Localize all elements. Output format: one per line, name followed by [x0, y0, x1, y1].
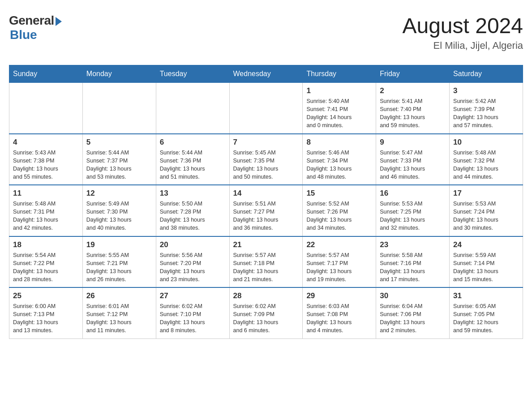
- calendar-week-row: 1Sunrise: 5:40 AMSunset: 7:41 PMDaylight…: [9, 83, 523, 134]
- day-number: 21: [233, 240, 299, 249]
- day-info: Sunrise: 5:58 AMSunset: 7:16 PMDaylight:…: [380, 251, 446, 284]
- calendar-cell: 1Sunrise: 5:40 AMSunset: 7:41 PMDaylight…: [303, 83, 376, 134]
- day-info: Sunrise: 5:57 AMSunset: 7:17 PMDaylight:…: [306, 251, 372, 284]
- day-info: Sunrise: 5:44 AMSunset: 7:36 PMDaylight:…: [160, 149, 226, 181]
- calendar-cell: 11Sunrise: 5:48 AMSunset: 7:31 PMDayligh…: [9, 185, 83, 236]
- day-info: Sunrise: 6:02 AMSunset: 7:10 PMDaylight:…: [160, 302, 226, 335]
- calendar-header-thursday: Thursday: [303, 65, 376, 83]
- calendar-header-wednesday: Wednesday: [229, 65, 303, 83]
- calendar-cell: 13Sunrise: 5:50 AMSunset: 7:28 PMDayligh…: [156, 185, 229, 236]
- day-number: 10: [453, 138, 519, 147]
- calendar-header-tuesday: Tuesday: [156, 65, 229, 83]
- day-info: Sunrise: 5:47 AMSunset: 7:33 PMDaylight:…: [380, 149, 446, 181]
- calendar-header-row: SundayMondayTuesdayWednesdayThursdayFrid…: [9, 65, 523, 83]
- day-info: Sunrise: 6:03 AMSunset: 7:08 PMDaylight:…: [306, 302, 372, 335]
- logo-general-text: General: [9, 13, 54, 28]
- calendar-header-saturday: Saturday: [450, 65, 523, 83]
- day-info: Sunrise: 5:56 AMSunset: 7:20 PMDaylight:…: [160, 251, 226, 284]
- day-number: 13: [160, 189, 226, 198]
- calendar-cell: 7Sunrise: 5:45 AMSunset: 7:35 PMDaylight…: [229, 134, 303, 185]
- calendar-cell: 22Sunrise: 5:57 AMSunset: 7:17 PMDayligh…: [303, 236, 376, 288]
- calendar-cell: 28Sunrise: 6:02 AMSunset: 7:09 PMDayligh…: [229, 287, 303, 338]
- calendar-cell: 5Sunrise: 5:44 AMSunset: 7:37 PMDaylight…: [82, 134, 156, 185]
- logo: General Blue: [9, 13, 62, 42]
- day-number: 4: [13, 138, 79, 147]
- day-number: 25: [13, 291, 79, 300]
- day-info: Sunrise: 5:53 AMSunset: 7:24 PMDaylight:…: [453, 200, 519, 232]
- calendar-cell: 2Sunrise: 5:41 AMSunset: 7:40 PMDaylight…: [376, 83, 450, 134]
- day-number: 6: [160, 138, 226, 147]
- calendar-cell: 25Sunrise: 6:00 AMSunset: 7:13 PMDayligh…: [9, 287, 83, 338]
- day-info: Sunrise: 5:55 AMSunset: 7:21 PMDaylight:…: [86, 251, 152, 284]
- day-number: 15: [306, 189, 372, 198]
- day-info: Sunrise: 5:49 AMSunset: 7:30 PMDaylight:…: [86, 200, 152, 232]
- day-info: Sunrise: 6:05 AMSunset: 7:05 PMDaylight:…: [453, 302, 519, 335]
- calendar-cell: [82, 83, 156, 134]
- logo-arrow-icon: [56, 17, 62, 26]
- calendar-cell: 4Sunrise: 5:43 AMSunset: 7:38 PMDaylight…: [9, 134, 83, 185]
- day-number: 3: [453, 86, 519, 95]
- calendar-cell: 30Sunrise: 6:04 AMSunset: 7:06 PMDayligh…: [376, 287, 450, 338]
- day-info: Sunrise: 5:41 AMSunset: 7:40 PMDaylight:…: [380, 97, 446, 130]
- day-number: 1: [306, 86, 372, 95]
- calendar-cell: [9, 83, 83, 134]
- calendar-cell: 20Sunrise: 5:56 AMSunset: 7:20 PMDayligh…: [156, 236, 229, 288]
- calendar-cell: 21Sunrise: 5:57 AMSunset: 7:18 PMDayligh…: [229, 236, 303, 288]
- day-number: 17: [453, 189, 519, 198]
- calendar-cell: [156, 83, 229, 134]
- day-info: Sunrise: 5:45 AMSunset: 7:35 PMDaylight:…: [233, 149, 299, 181]
- calendar-header-sunday: Sunday: [9, 65, 83, 83]
- day-info: Sunrise: 6:01 AMSunset: 7:12 PMDaylight:…: [86, 302, 152, 335]
- calendar-cell: 10Sunrise: 5:48 AMSunset: 7:32 PMDayligh…: [450, 134, 523, 185]
- location-subtitle: El Milia, Jijel, Algeria: [402, 40, 523, 51]
- calendar-cell: 31Sunrise: 6:05 AMSunset: 7:05 PMDayligh…: [450, 287, 523, 338]
- day-info: Sunrise: 5:51 AMSunset: 7:27 PMDaylight:…: [233, 200, 299, 232]
- day-number: 20: [160, 240, 226, 249]
- calendar-week-row: 4Sunrise: 5:43 AMSunset: 7:38 PMDaylight…: [9, 134, 523, 185]
- day-number: 26: [86, 291, 152, 300]
- day-number: 28: [233, 291, 299, 300]
- day-info: Sunrise: 5:59 AMSunset: 7:14 PMDaylight:…: [453, 251, 519, 284]
- day-number: 29: [306, 291, 372, 300]
- day-info: Sunrise: 5:44 AMSunset: 7:37 PMDaylight:…: [86, 149, 152, 181]
- calendar-cell: 23Sunrise: 5:58 AMSunset: 7:16 PMDayligh…: [376, 236, 450, 288]
- calendar-week-row: 18Sunrise: 5:54 AMSunset: 7:22 PMDayligh…: [9, 236, 523, 288]
- day-number: 9: [380, 138, 446, 147]
- day-number: 18: [13, 240, 79, 249]
- day-info: Sunrise: 5:48 AMSunset: 7:32 PMDaylight:…: [453, 149, 519, 181]
- day-number: 12: [86, 189, 152, 198]
- day-info: Sunrise: 5:42 AMSunset: 7:39 PMDaylight:…: [453, 97, 519, 130]
- day-info: Sunrise: 5:57 AMSunset: 7:18 PMDaylight:…: [233, 251, 299, 284]
- day-info: Sunrise: 5:46 AMSunset: 7:34 PMDaylight:…: [306, 149, 372, 181]
- day-number: 2: [380, 86, 446, 95]
- calendar-cell: 29Sunrise: 6:03 AMSunset: 7:08 PMDayligh…: [303, 287, 376, 338]
- day-number: 30: [380, 291, 446, 300]
- day-number: 5: [86, 138, 152, 147]
- day-info: Sunrise: 5:54 AMSunset: 7:22 PMDaylight:…: [13, 251, 79, 284]
- calendar-cell: 24Sunrise: 5:59 AMSunset: 7:14 PMDayligh…: [450, 236, 523, 288]
- day-number: 22: [306, 240, 372, 249]
- day-number: 8: [306, 138, 372, 147]
- month-year-title: August 2024: [402, 13, 523, 38]
- calendar-cell: 6Sunrise: 5:44 AMSunset: 7:36 PMDaylight…: [156, 134, 229, 185]
- calendar-week-row: 11Sunrise: 5:48 AMSunset: 7:31 PMDayligh…: [9, 185, 523, 236]
- day-info: Sunrise: 5:43 AMSunset: 7:38 PMDaylight:…: [13, 149, 79, 181]
- day-number: 24: [453, 240, 519, 249]
- title-section: August 2024 El Milia, Jijel, Algeria: [402, 13, 523, 51]
- day-number: 7: [233, 138, 299, 147]
- day-info: Sunrise: 5:40 AMSunset: 7:41 PMDaylight:…: [306, 97, 372, 130]
- calendar-cell: 27Sunrise: 6:02 AMSunset: 7:10 PMDayligh…: [156, 287, 229, 338]
- page-header: General Blue August 2024 El Milia, Jijel…: [9, 9, 523, 56]
- day-info: Sunrise: 6:00 AMSunset: 7:13 PMDaylight:…: [13, 302, 79, 335]
- day-number: 27: [160, 291, 226, 300]
- calendar-cell: [229, 83, 303, 134]
- day-number: 19: [86, 240, 152, 249]
- calendar-cell: 3Sunrise: 5:42 AMSunset: 7:39 PMDaylight…: [450, 83, 523, 134]
- calendar-cell: 9Sunrise: 5:47 AMSunset: 7:33 PMDaylight…: [376, 134, 450, 185]
- day-number: 14: [233, 189, 299, 198]
- day-info: Sunrise: 5:48 AMSunset: 7:31 PMDaylight:…: [13, 200, 79, 232]
- day-info: Sunrise: 5:53 AMSunset: 7:25 PMDaylight:…: [380, 200, 446, 232]
- calendar-header-monday: Monday: [82, 65, 156, 83]
- calendar-cell: 15Sunrise: 5:52 AMSunset: 7:26 PMDayligh…: [303, 185, 376, 236]
- day-info: Sunrise: 6:02 AMSunset: 7:09 PMDaylight:…: [233, 302, 299, 335]
